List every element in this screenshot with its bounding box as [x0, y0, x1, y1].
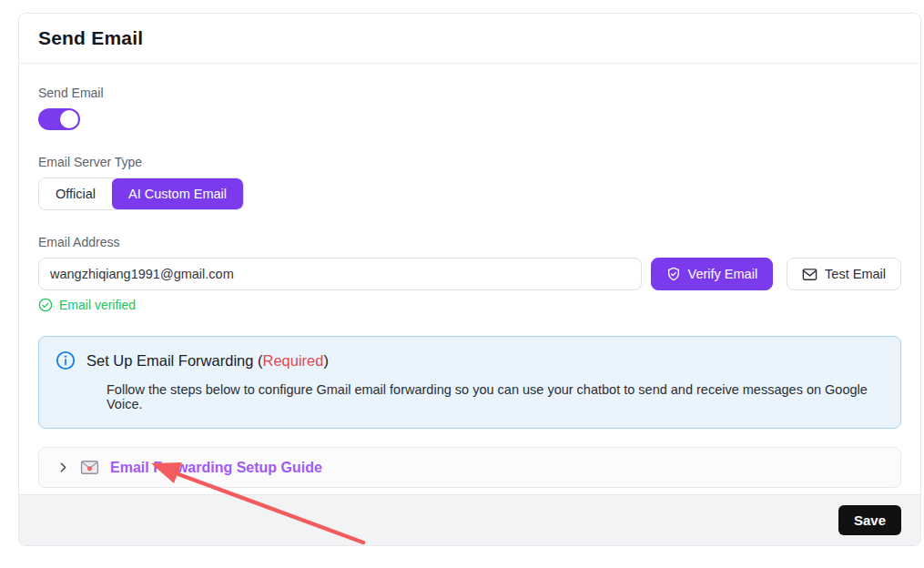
save-button[interactable]: Save	[838, 505, 901, 535]
test-email-button[interactable]: Test Email	[787, 258, 901, 290]
email-address-label: Email Address	[38, 235, 901, 249]
verify-email-label: Verify Email	[688, 267, 758, 281]
toggle-knob	[60, 110, 78, 128]
forwarding-info-callout: Set Up Email Forwarding (Required) Follo…	[38, 336, 901, 429]
card-header: Send Email	[19, 14, 920, 64]
send-email-card: Send Email Send Email Email Server Type …	[18, 13, 921, 546]
card-footer: Save	[19, 494, 920, 545]
guide-link-label[interactable]: Email Forwarding Setup Guide	[110, 460, 322, 476]
server-type-segmented-control: Official AI Custom Email	[38, 178, 244, 210]
server-type-label: Email Server Type	[38, 155, 901, 169]
page-title: Send Email	[38, 27, 143, 49]
chevron-right-icon[interactable]	[57, 462, 69, 473]
email-address-input[interactable]	[38, 258, 642, 290]
verify-email-button[interactable]: Verify Email	[651, 258, 774, 290]
check-circle-icon	[38, 298, 53, 312]
card-body: Send Email Email Server Type Official AI…	[19, 64, 920, 488]
info-icon	[56, 350, 76, 370]
send-email-toggle[interactable]	[38, 108, 80, 130]
server-type-option-official[interactable]: Official	[39, 178, 112, 209]
email-emoji-icon	[80, 460, 99, 475]
info-title-close: )	[323, 352, 329, 369]
test-email-label: Test Email	[825, 267, 886, 281]
send-email-toggle-label: Send Email	[38, 86, 901, 100]
envelope-icon	[802, 268, 817, 281]
email-verified-text: Email verified	[59, 298, 136, 312]
email-forwarding-guide-expander[interactable]: Email Forwarding Setup Guide	[38, 447, 901, 488]
shield-check-icon	[666, 267, 681, 281]
info-title-text: Set Up Email Forwarding (	[86, 352, 262, 369]
email-row: Verify Email Test Email	[38, 258, 901, 290]
server-type-option-ai-custom-email[interactable]: AI Custom Email	[112, 178, 243, 209]
email-verified-status: Email verified	[38, 298, 901, 312]
info-title-row: Set Up Email Forwarding (Required)	[56, 350, 884, 370]
info-body-text: Follow the steps below to configure Gmai…	[107, 382, 884, 411]
info-required-text: Required	[262, 352, 323, 369]
info-title: Set Up Email Forwarding (Required)	[86, 352, 329, 370]
send-email-settings-page: Send Email Send Email Email Server Type …	[0, 0, 924, 568]
